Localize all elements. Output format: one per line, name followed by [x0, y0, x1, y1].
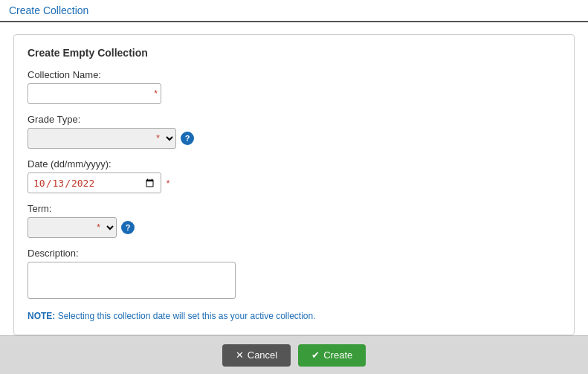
grade-type-group: Grade Type: * ? [28, 114, 560, 149]
note-text: NOTE: Selecting this collection date wil… [28, 311, 560, 321]
create-button[interactable]: ✔ Create [298, 344, 366, 367]
cancel-icon: ✕ [236, 349, 244, 361]
grade-type-select-wrapper: * [28, 128, 176, 149]
create-icon: ✔ [311, 349, 320, 361]
term-select[interactable] [28, 217, 117, 238]
date-label: Date (dd/mm/yyyy): [28, 158, 560, 170]
dialog-title-bar: Create Collection [0, 0, 588, 22]
term-label: Term: [28, 203, 560, 214]
create-label: Create [323, 349, 352, 361]
dialog-title: Create Collection [9, 4, 88, 16]
collection-name-required: * [154, 88, 158, 99]
cancel-button[interactable]: ✕ Cancel [222, 344, 291, 367]
grade-type-label: Grade Type: [28, 114, 560, 125]
description-label: Description: [28, 248, 560, 259]
term-select-wrapper: * [28, 217, 117, 238]
panel-title: Create Empty Collection [28, 47, 560, 59]
collection-name-group: Collection Name: * [28, 69, 560, 104]
cancel-label: Cancel [248, 349, 277, 361]
grade-type-select[interactable] [28, 128, 176, 149]
term-row: * ? [28, 217, 560, 238]
term-group: Term: * ? [28, 203, 560, 238]
description-group: Description: [28, 248, 560, 301]
date-input-wrapper: * [28, 173, 169, 193]
grade-type-help-icon[interactable]: ? [181, 132, 194, 145]
dialog-footer: ✕ Cancel ✔ Create [0, 335, 588, 374]
date-required: * [167, 178, 170, 189]
dialog-container: Create Collection Create Empty Collectio… [0, 0, 588, 374]
date-group: Date (dd/mm/yyyy): * [28, 158, 560, 193]
note-label: NOTE: [28, 311, 55, 321]
collection-name-wrapper: * [28, 83, 161, 104]
dialog-body: Create Empty Collection Collection Name:… [0, 22, 588, 335]
collection-name-label: Collection Name: [28, 69, 560, 80]
grade-type-row: * ? [28, 128, 560, 149]
term-help-icon[interactable]: ? [121, 221, 135, 234]
panel: Create Empty Collection Collection Name:… [13, 34, 575, 335]
date-input[interactable] [28, 173, 161, 193]
note-content: Selecting this collection date will set … [58, 311, 316, 321]
collection-name-input[interactable] [28, 83, 161, 104]
description-input[interactable] [28, 262, 236, 299]
